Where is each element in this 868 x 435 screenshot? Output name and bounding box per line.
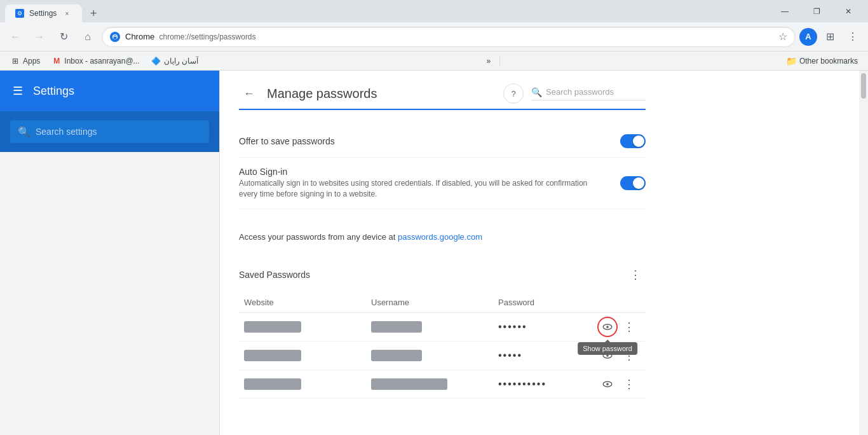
col-website: Website [239,298,366,307]
redacted-website-2 [244,350,301,361]
search-settings-input[interactable] [36,127,201,137]
access-passwords: Access your passwords from any device at… [239,224,646,249]
svg-point-3 [606,326,609,328]
close-button[interactable]: ✕ [834,0,863,22]
menu-icon[interactable]: ⋮ [843,27,863,47]
redacted-username-1 [371,321,422,333]
password-dots-2: ••••• [498,350,522,361]
passwords-google-link[interactable]: passwords.google.com [398,232,482,242]
cell-username-1 [366,321,493,333]
table-row: •••••••••• ⋮ [239,370,646,399]
passwords-table: Website Username Password •••••• [239,293,646,399]
url-text: Chrome chrome://settings/passwords [125,32,773,41]
profile-icon[interactable]: A [799,28,817,46]
cell-password-3: •••••••••• [493,378,595,390]
apps-label: Apps [23,57,40,66]
address-bar: ← → ↻ ⌂ Chrome chrome://settings/passwor… [0,22,868,52]
content-area: ← Manage passwords ? 🔍 Offer to save pas… [219,71,868,435]
redacted-username-2 [371,350,422,361]
search-passwords-input[interactable] [546,87,635,97]
saved-passwords-header: Saved Passwords ⋮ [239,265,646,285]
redacted-website-1 [244,321,301,333]
table-row: •••••• Show password ⋮ [239,313,646,342]
page-header-right: ? 🔍 [503,83,646,104]
url-bar[interactable]: Chrome chrome://settings/passwords ☆ [102,27,796,47]
offer-save-label-text: Offer to save passwords [239,136,335,146]
bookmark-icon[interactable]: ☆ [778,31,787,43]
show-password-button-1[interactable]: Show password [597,317,618,337]
row-3-actions: ⋮ [595,374,646,394]
address-right-icons: A ⊞ ⋮ [799,27,863,47]
access-text: Access your passwords from any device at [239,232,395,242]
scrollbar-thumb[interactable] [861,73,866,99]
back-button[interactable]: ← [5,27,25,47]
cell-website-1 [239,321,366,333]
cell-website-2 [239,350,366,361]
other-bookmarks[interactable]: 📁 Other bookmarks [781,55,863,67]
password-dots-1: •••••• [498,321,527,333]
search-settings-icon: 🔍 [18,126,31,138]
window-controls: — ❐ ✕ [770,0,863,22]
gmail-icon: M [51,56,62,66]
auto-signin-toggle[interactable] [620,176,646,190]
auto-signin-desc: Automatically sign in to websites using … [239,178,588,200]
show-password-button-3[interactable] [597,374,618,394]
auto-signin-content: Auto Sign-in Automatically sign in to we… [239,167,588,200]
main-layout: ☰ Settings 🔍 ← Manage passwords ? 🔍 [0,71,868,435]
password-dots-3: •••••••••• [498,378,546,390]
persian-label: آسان رایان [164,57,198,66]
svg-point-7 [606,383,609,385]
reload-button[interactable]: ↻ [53,27,74,47]
saved-passwords-menu-button[interactable]: ⋮ [625,265,646,285]
tab-favicon: ⚙ [15,9,24,18]
bookmarks-separator [499,56,500,66]
title-bar: ⚙ Settings × + — ❐ ✕ [0,0,868,22]
more-bookmarks-button[interactable]: » [482,55,496,67]
sidebar-title: Settings [33,85,74,98]
tab-area: ⚙ Settings × + [5,0,102,22]
forward-button[interactable]: → [29,27,50,47]
active-tab[interactable]: ⚙ Settings × [5,4,82,22]
maximize-button[interactable]: ❐ [802,0,831,22]
cell-username-3 [366,378,493,390]
offer-save-toggle[interactable] [620,134,646,148]
apps-icon: ⊞ [10,56,20,66]
sidebar-header: ☰ Settings [0,71,219,111]
table-header: Website Username Password [239,293,646,313]
row-1-menu-button[interactable]: ⋮ [619,317,639,337]
apps-bookmark[interactable]: ⊞ Apps [5,55,45,67]
home-button[interactable]: ⌂ [78,27,98,47]
hamburger-menu-icon[interactable]: ☰ [13,84,23,98]
cell-website-3 [239,378,366,390]
page-title: Manage passwords [267,86,377,101]
tab-close-button[interactable]: × [62,8,72,18]
secure-icon [110,32,120,42]
col-username: Username [366,298,493,307]
bookmarks-bar: ⊞ Apps M Inbox - asanrayan@... 🔷 آسان را… [0,52,868,71]
sidebar: ☰ Settings 🔍 [0,71,219,435]
search-passwords-box: 🔍 [531,87,646,100]
col-password: Password [493,298,595,307]
search-settings-bar: 🔍 [0,111,219,152]
cell-username-2 [366,350,493,361]
col-actions [595,298,646,307]
new-tab-button[interactable]: + [85,4,102,22]
redacted-username-3 [371,378,447,390]
inbox-label: Inbox - asanrayan@... [64,57,139,66]
row-3-menu-button[interactable]: ⋮ [619,374,639,394]
row-1-actions: Show password ⋮ [595,317,646,337]
cell-password-1: •••••• [493,321,595,333]
scrollbar-track [859,71,868,435]
help-icon-button[interactable]: ? [503,83,524,104]
redacted-website-3 [244,378,301,390]
minimize-button[interactable]: — [770,0,799,22]
extensions-icon[interactable]: ⊞ [820,27,840,47]
show-password-tooltip: Show password [578,342,637,355]
offer-save-row: Offer to save passwords [239,125,646,158]
persian-bookmark[interactable]: 🔷 آسان رایان [146,55,203,67]
page-header-left: ← Manage passwords [239,83,377,104]
other-bookmarks-label: Other bookmarks [799,57,858,66]
back-button[interactable]: ← [239,83,259,104]
search-passwords-icon: 🔍 [531,87,542,97]
inbox-bookmark[interactable]: M Inbox - asanrayan@... [46,55,144,67]
